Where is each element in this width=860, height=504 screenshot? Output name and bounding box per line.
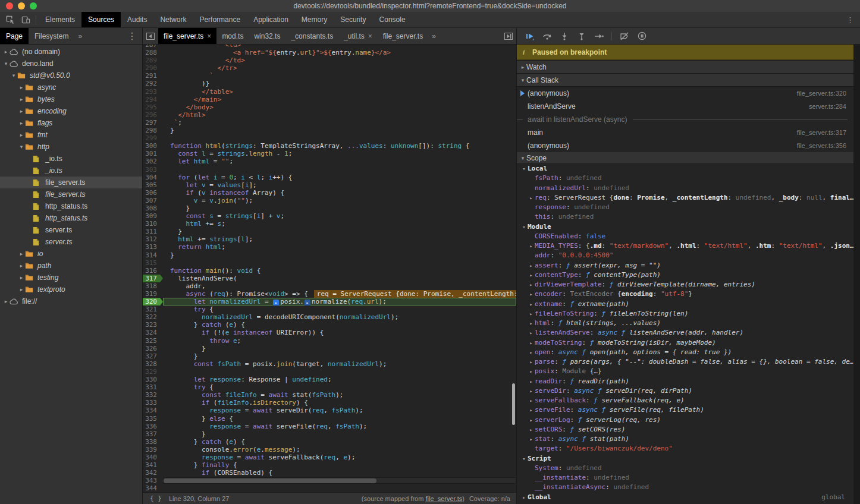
source-map-link[interactable]: file_server.ts xyxy=(425,495,462,502)
code-line-content[interactable]: listenAndServe( xyxy=(163,275,516,282)
scope-property-row[interactable]: ▸listenAndServe: async ƒ listenAndServe(… xyxy=(517,328,853,338)
tab-console[interactable]: Console xyxy=(373,12,412,27)
callstack-frame[interactable]: (anonymous)file_server.ts:320 xyxy=(517,87,853,100)
tree-item-flags[interactable]: ▸flags xyxy=(0,117,142,129)
scope-property-row[interactable]: ▸posix: Module {…} xyxy=(517,367,853,376)
line-number[interactable]: 344 xyxy=(143,484,163,492)
more-tabs-chevron-icon[interactable]: » xyxy=(74,28,86,44)
code-line-content[interactable]: html += s; xyxy=(163,220,516,228)
line-number-breakpoint[interactable]: 320 xyxy=(143,298,163,305)
tab-performance[interactable]: Performance xyxy=(193,12,247,27)
tree-item-http_status.ts[interactable]: http_status.ts xyxy=(0,200,142,212)
pretty-print-icon[interactable]: { } xyxy=(143,494,169,502)
tree-item-server.ts[interactable]: server.ts xyxy=(0,236,142,248)
scope-property-row[interactable]: ▸parse: ƒ parse(args, { "--": doubleDash… xyxy=(517,357,853,367)
show-debugger-panel-icon[interactable] xyxy=(501,28,516,44)
inline-breakpoint-marker[interactable]: ▸ xyxy=(305,300,310,305)
code-line-content[interactable]: for (let i = 0; i < l; i++) { xyxy=(163,174,516,181)
scope-property-row[interactable]: ▸serveDir: async ƒ serveDir(req, dirPath… xyxy=(517,386,853,396)
line-number[interactable]: 314 xyxy=(143,251,163,259)
editor-tab-win32-ts[interactable]: win32.ts xyxy=(249,28,285,44)
code-line-content[interactable]: </table> xyxy=(163,88,516,96)
watch-section-header[interactable]: ▸ Watch xyxy=(517,60,853,74)
line-number[interactable]: 339 xyxy=(143,446,163,453)
tree-item-deno.land[interactable]: ▾deno.land xyxy=(0,58,142,70)
horizontal-scrollbar[interactable] xyxy=(163,477,516,484)
code-line-content[interactable]: } finally { xyxy=(163,461,516,469)
code-line-content[interactable]: let v = values[i]; xyxy=(163,181,516,189)
tab-security[interactable]: Security xyxy=(334,12,372,27)
line-number[interactable]: 302 xyxy=(143,158,163,165)
line-number[interactable]: 291 xyxy=(143,72,163,80)
code-line-content[interactable]: } xyxy=(163,345,516,352)
scope-property-row[interactable]: ▸modeToString: ƒ modeToString(isDir, may… xyxy=(517,338,853,348)
line-number[interactable]: 316 xyxy=(143,267,163,275)
line-number[interactable]: 318 xyxy=(143,282,163,290)
editor-tab-mod-ts[interactable]: mod.ts xyxy=(216,28,249,44)
tree-item-http[interactable]: ▾http xyxy=(0,141,142,153)
code-line-content[interactable]: async (req): Promise<void> => {req = Ser… xyxy=(163,290,516,298)
line-number[interactable]: 331 xyxy=(143,383,163,391)
code-line-content[interactable]: normalizedUrl = decodeURIComponent(norma… xyxy=(163,313,516,321)
line-number[interactable]: 295 xyxy=(143,103,163,111)
code-line-content[interactable]: } xyxy=(163,430,516,438)
code-line-content[interactable]: const s = strings[i] + v; xyxy=(163,212,516,220)
code-line-content[interactable]: } xyxy=(163,228,516,235)
tree-item-file[interactable]: ▸file:// xyxy=(0,295,142,307)
line-number[interactable]: 313 xyxy=(143,243,163,251)
line-number[interactable]: 324 xyxy=(143,329,163,336)
tab-sources[interactable]: Sources xyxy=(81,12,121,27)
code-line-content[interactable]: const l = strings.length - 1; xyxy=(163,150,516,158)
line-number[interactable]: 290 xyxy=(143,64,163,72)
code-line-content[interactable]: if (!(e instanceof URIError)) { xyxy=(163,329,516,336)
line-number[interactable]: 293 xyxy=(143,88,163,96)
deactivate-breakpoints-icon[interactable] xyxy=(617,30,632,43)
line-number[interactable]: 325 xyxy=(143,337,163,345)
line-number[interactable]: 312 xyxy=(143,235,163,243)
line-number[interactable]: 342 xyxy=(143,469,163,477)
scope-property-row[interactable]: ▸html: ƒ html(strings, ...values) xyxy=(517,319,853,328)
step-over-icon[interactable] xyxy=(540,30,554,43)
code-line-content[interactable]: </tr> xyxy=(163,64,516,72)
tree-item-async[interactable]: ▸async xyxy=(0,81,142,93)
line-number[interactable]: 330 xyxy=(143,376,163,383)
tree-item-http_status.ts[interactable]: http_status.ts xyxy=(0,212,142,224)
line-number[interactable]: 338 xyxy=(143,438,163,446)
code-line-content[interactable]: if (v instanceof Array) { xyxy=(163,189,516,197)
callstack-frame[interactable]: mainfile_server.ts:317 xyxy=(517,126,853,139)
step-icon[interactable] xyxy=(592,30,606,43)
line-number[interactable]: 323 xyxy=(143,321,163,329)
sidebar-tab-page[interactable]: Page xyxy=(0,28,29,44)
code-line-content[interactable]: let normalizedUrl = ▸posix.▸normalize(re… xyxy=(163,298,516,305)
code-line-content[interactable]: response = await serveFallback(req, e); xyxy=(163,453,516,461)
line-number[interactable]: 328 xyxy=(143,360,163,368)
line-number[interactable]: 332 xyxy=(143,391,163,399)
code-line-content[interactable]: html += strings[l]; xyxy=(163,235,516,243)
pause-on-exceptions-icon[interactable] xyxy=(635,30,649,43)
line-number[interactable]: 292 xyxy=(143,80,163,87)
code-line-content[interactable]: console.error(e.message); xyxy=(163,446,516,453)
tree-item-std@v0.50.0[interactable]: ▾std@v0.50.0 xyxy=(0,70,142,81)
scope-property-row[interactable]: ▸serveFallback: ƒ serveFallback(req, e) xyxy=(517,396,853,405)
code-line-content[interactable]: let html = ""; xyxy=(163,158,516,165)
code-line-content[interactable]: } xyxy=(163,204,516,212)
tab-audits[interactable]: Audits xyxy=(121,12,153,27)
more-editor-tabs-chevron-icon[interactable]: » xyxy=(428,28,440,44)
code-line-content[interactable]: const fsPath = posix.join(target, normal… xyxy=(163,360,516,368)
line-number[interactable]: 322 xyxy=(143,313,163,321)
line-number[interactable]: 306 xyxy=(143,189,163,197)
tab-application[interactable]: Application xyxy=(247,12,295,27)
scope-property-row[interactable]: ▸serveFile: async ƒ serveFile(req, fileP… xyxy=(517,405,853,415)
line-number[interactable]: 336 xyxy=(143,423,163,430)
line-number[interactable]: 305 xyxy=(143,181,163,189)
editor-tab-_constants-ts[interactable]: _constants.ts xyxy=(285,28,338,44)
code-line-content[interactable] xyxy=(163,484,516,492)
tab-network[interactable]: Network xyxy=(153,12,193,27)
line-number[interactable]: 298 xyxy=(143,127,163,134)
code-line-content[interactable]: try { xyxy=(163,383,516,391)
line-number[interactable]: 337 xyxy=(143,430,163,438)
more-vert-icon[interactable]: ⋮ xyxy=(840,12,860,27)
line-number[interactable]: 307 xyxy=(143,197,163,204)
step-into-icon[interactable] xyxy=(557,30,572,43)
code-line-content[interactable]: ` xyxy=(163,72,516,80)
